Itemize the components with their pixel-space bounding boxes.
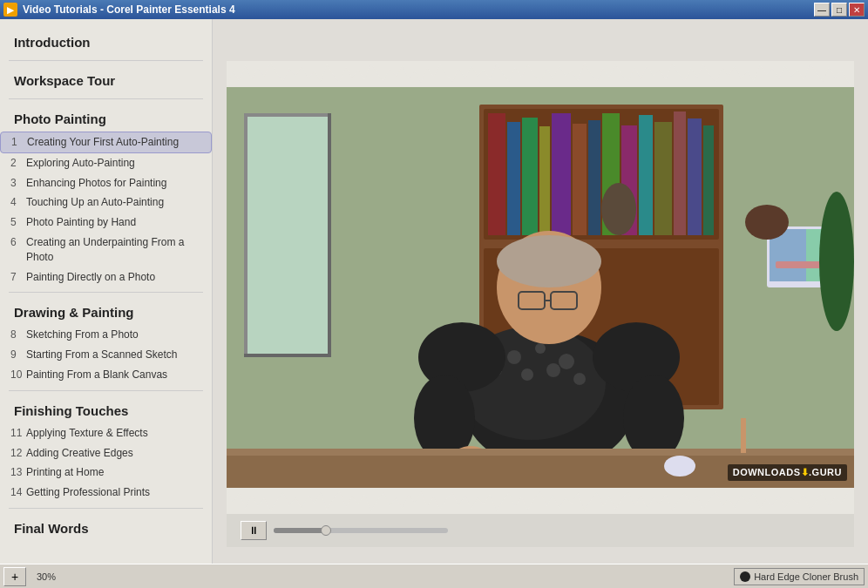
item-text-12: Adding Creative Edges (26, 446, 201, 461)
sidebar-section-workspace[interactable]: Workspace Tour (0, 66, 212, 93)
progress-thumb[interactable] (321, 525, 331, 536)
svg-rect-11 (522, 118, 538, 235)
item-text-1: Creating Your First Auto-Painting (27, 135, 200, 150)
item-text-3: Enhancing Photos for Painting (26, 176, 201, 191)
svg-point-30 (507, 350, 521, 364)
item-text-13: Printing at Home (26, 465, 201, 480)
sidebar-section-final[interactable]: Final Words (0, 514, 212, 541)
taskbar: + 30% Hard Edge Cloner Brush (0, 564, 868, 588)
sidebar-item-8[interactable]: 8 Sketching From a Photo (0, 325, 212, 345)
svg-point-54 (819, 192, 854, 331)
add-button[interactable]: + (3, 567, 26, 586)
item-text-5: Photo Painting by Hand (26, 215, 201, 230)
brush-dot (740, 571, 750, 582)
title-bar-controls: — □ ✕ (814, 3, 865, 17)
svg-rect-49 (227, 449, 854, 456)
video-wrapper: DOWNLOADS⬇.GURU ⏸ (227, 61, 854, 523)
svg-point-36 (573, 373, 586, 385)
sidebar-section-drawing: Drawing & Painting (0, 298, 212, 325)
svg-rect-15 (588, 120, 600, 235)
add-icon: + (11, 570, 18, 584)
item-num-10: 10 (10, 368, 26, 382)
sidebar-section-finishing: Finishing Touches (0, 396, 212, 423)
minimize-button[interactable]: — (814, 3, 830, 17)
divider-5 (9, 508, 203, 509)
video-area: DOWNLOADS⬇.GURU ⏸ (213, 19, 868, 564)
title-bar: ▶ Video Tutorials - Corel Painter Essent… (0, 0, 868, 19)
svg-point-34 (546, 363, 560, 377)
sidebar-item-5[interactable]: 5 Photo Painting by Hand (0, 213, 212, 233)
video-controls: ⏸ (227, 514, 854, 547)
item-num-5: 5 (10, 215, 26, 230)
taskbar-right: Hard Edge Cloner Brush (734, 568, 865, 585)
svg-rect-14 (573, 124, 587, 235)
sidebar-item-7[interactable]: 7 Painting Directly on a Photo (0, 267, 212, 287)
sidebar-section-photo-painting: Photo Painting (0, 105, 212, 132)
svg-rect-5 (244, 354, 331, 357)
item-num-13: 13 (10, 465, 26, 480)
sidebar: Introduction Workspace Tour Photo Painti… (0, 19, 213, 564)
svg-rect-21 (688, 118, 702, 235)
item-num-7: 7 (10, 270, 26, 285)
sidebar-item-11[interactable]: 11 Applying Texture & Effects (0, 423, 212, 443)
svg-point-53 (745, 205, 789, 240)
item-num-8: 8 (10, 328, 26, 342)
title-bar-left: ▶ Video Tutorials - Corel Painter Essent… (3, 3, 235, 17)
item-text-8: Sketching From a Photo (26, 328, 201, 342)
maximize-button[interactable]: □ (831, 3, 847, 17)
sidebar-item-2[interactable]: 2 Exploring Auto-Painting (0, 153, 212, 173)
item-num-2: 2 (10, 156, 26, 171)
sidebar-item-10[interactable]: 10 Painting From a Blank Canvas (0, 365, 212, 385)
svg-rect-12 (539, 126, 550, 235)
progress-fill (274, 528, 326, 533)
svg-point-38 (497, 235, 601, 287)
svg-rect-3 (244, 113, 248, 357)
video-screen[interactable]: DOWNLOADS⬇.GURU (227, 87, 854, 488)
item-text-10: Painting From a Blank Canvas (26, 368, 201, 382)
watermark-text: DOWNLOADS (733, 467, 801, 477)
brush-indicator: Hard Edge Cloner Brush (734, 568, 865, 585)
pause-icon: ⏸ (248, 524, 259, 537)
svg-rect-10 (507, 122, 520, 235)
item-text-4: Touching Up an Auto-Painting (26, 195, 201, 210)
divider-4 (9, 390, 203, 391)
sidebar-item-6[interactable]: 6 Creating an Underpainting From a Photo (0, 233, 212, 267)
item-text-14: Getting Professional Prints (26, 485, 201, 500)
item-num-4: 4 (10, 195, 26, 210)
svg-rect-2 (244, 113, 331, 117)
svg-point-31 (535, 343, 546, 354)
sidebar-item-1[interactable]: 1 Creating Your First Auto-Painting (0, 132, 212, 153)
sidebar-item-13[interactable]: 13 Printing at Home (0, 463, 212, 483)
svg-rect-20 (674, 112, 686, 235)
svg-rect-9 (488, 113, 505, 235)
progress-bar[interactable] (274, 528, 448, 533)
svg-rect-19 (654, 122, 672, 235)
svg-rect-4 (328, 113, 331, 357)
sidebar-item-9[interactable]: 9 Starting From a Scanned Sketch (0, 345, 212, 365)
item-text-11: Applying Texture & Effects (26, 426, 201, 441)
watermark: DOWNLOADS⬇.GURU (728, 464, 847, 481)
sidebar-item-14[interactable]: 14 Getting Professional Prints (0, 483, 212, 503)
item-num-9: 9 (10, 348, 26, 362)
item-num-1: 1 (11, 135, 27, 150)
sidebar-item-3[interactable]: 3 Enhancing Photos for Painting (0, 173, 212, 193)
close-button[interactable]: ✕ (849, 3, 865, 17)
pause-button[interactable]: ⏸ (241, 521, 267, 540)
svg-rect-22 (703, 125, 714, 235)
svg-rect-51 (741, 418, 746, 453)
item-num-11: 11 (10, 426, 26, 441)
item-text-9: Starting From a Scanned Sketch (26, 348, 201, 362)
svg-rect-18 (639, 115, 653, 235)
window-title: Video Tutorials - Corel Painter Essentia… (23, 3, 235, 16)
main-content: Introduction Workspace Tour Photo Painti… (0, 19, 868, 564)
item-text-6: Creating an Underpainting From a Photo (26, 235, 201, 265)
svg-point-50 (664, 456, 695, 476)
sidebar-item-12[interactable]: 12 Adding Creative Edges (0, 443, 212, 463)
zoom-level: 30% (37, 571, 56, 582)
sidebar-section-intro[interactable]: Introduction (0, 28, 212, 55)
sidebar-item-4[interactable]: 4 Touching Up an Auto-Painting (0, 193, 212, 213)
torn-edge-top (227, 61, 854, 87)
divider-1 (9, 60, 203, 61)
divider-2 (9, 98, 203, 99)
item-num-14: 14 (10, 485, 26, 500)
